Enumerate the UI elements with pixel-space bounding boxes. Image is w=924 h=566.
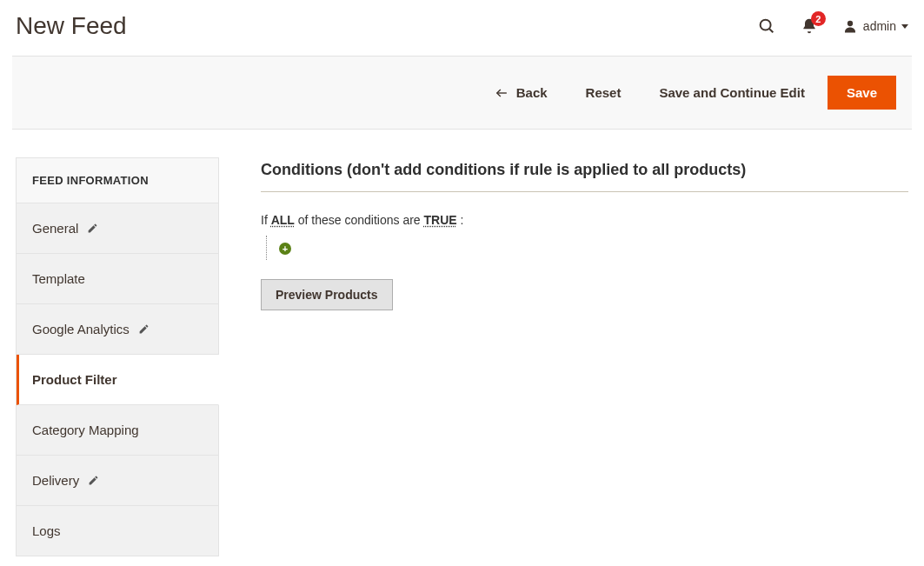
sidebar: FEED INFORMATION General Template Google… <box>16 157 219 556</box>
add-condition-button[interactable]: + <box>279 243 291 255</box>
sidebar-item-label: Product Filter <box>32 372 117 387</box>
condition-text-prefix: If <box>261 213 271 227</box>
back-label: Back <box>516 85 548 100</box>
page-title: New Feed <box>16 12 127 40</box>
condition-aggregator[interactable]: ALL <box>271 213 295 227</box>
pencil-icon <box>88 475 99 486</box>
back-button[interactable]: Back <box>478 76 563 110</box>
arrow-left-icon <box>494 87 509 99</box>
sidebar-item-label: Category Mapping <box>32 423 139 437</box>
sidebar-item-label: Delivery <box>32 473 79 488</box>
sidebar-item-google-analytics[interactable]: Google Analytics <box>17 304 218 355</box>
preview-products-button[interactable]: Preview Products <box>261 279 393 310</box>
search-button[interactable] <box>757 17 776 36</box>
sidebar-item-template[interactable]: Template <box>17 254 218 304</box>
svg-point-2 <box>848 21 853 26</box>
main-panel: Conditions (don't add conditions if rule… <box>261 157 908 310</box>
save-button[interactable]: Save <box>828 76 896 110</box>
user-label: admin <box>863 19 896 33</box>
user-icon <box>842 18 858 34</box>
action-toolbar: Back Reset Save and Continue Edit Save <box>12 56 912 130</box>
user-menu[interactable]: admin <box>842 18 908 34</box>
sidebar-item-label: Google Analytics <box>32 322 130 336</box>
condition-text-suffix: : <box>457 213 464 227</box>
sidebar-header: FEED INFORMATION <box>17 158 218 203</box>
svg-point-0 <box>761 20 771 30</box>
sidebar-item-delivery[interactable]: Delivery <box>17 456 218 506</box>
sidebar-item-product-filter[interactable]: Product Filter <box>17 355 219 405</box>
condition-value[interactable]: TRUE <box>424 213 457 227</box>
sidebar-item-label: General <box>32 221 78 236</box>
chevron-down-icon <box>901 24 908 29</box>
plus-icon: + <box>283 243 288 255</box>
sidebar-item-general[interactable]: General <box>17 203 218 254</box>
condition-text-mid: of these conditions are <box>295 213 424 227</box>
condition-tree: + <box>266 236 908 260</box>
sidebar-item-label: Logs <box>32 523 61 538</box>
sidebar-item-logs[interactable]: Logs <box>17 506 218 556</box>
section-title: Conditions (don't add conditions if rule… <box>261 161 908 192</box>
sidebar-item-category-mapping[interactable]: Category Mapping <box>17 405 218 456</box>
notifications-badge: 2 <box>811 11 826 26</box>
reset-button[interactable]: Reset <box>570 76 637 110</box>
condition-root: If ALL of these conditions are TRUE : <box>261 213 908 227</box>
pencil-icon <box>138 323 150 335</box>
notifications-button[interactable]: 2 <box>801 17 818 35</box>
sidebar-item-label: Template <box>32 271 85 286</box>
search-icon <box>757 17 776 36</box>
save-continue-button[interactable]: Save and Continue Edit <box>643 76 821 110</box>
header-actions: 2 admin <box>757 17 908 36</box>
svg-line-1 <box>769 29 773 32</box>
pencil-icon <box>87 223 98 234</box>
